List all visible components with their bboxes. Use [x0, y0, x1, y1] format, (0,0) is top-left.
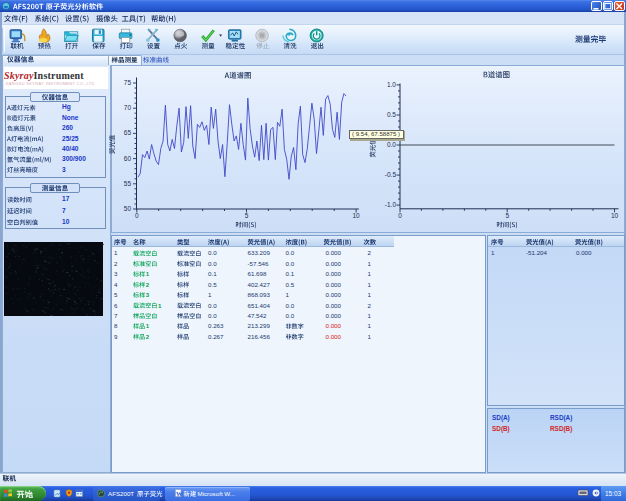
svg-text:W: W: [176, 490, 183, 497]
